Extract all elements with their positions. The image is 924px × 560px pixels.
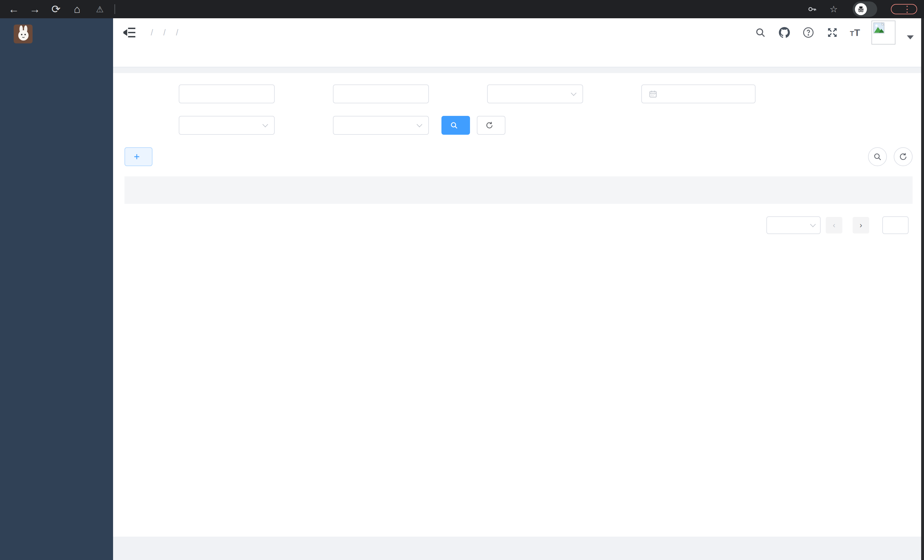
process-table	[124, 177, 913, 204]
font-size-icon[interactable]: TT	[850, 27, 860, 38]
process-name-input[interactable]	[179, 84, 274, 103]
chevron-down-icon	[417, 121, 422, 127]
incognito-icon	[855, 3, 867, 15]
browser-menu-icon[interactable]: ⋮	[903, 6, 911, 12]
search-button[interactable]	[441, 116, 470, 135]
category-select[interactable]	[487, 84, 583, 103]
table-header-row	[124, 177, 913, 204]
sidebar	[0, 18, 113, 560]
toggle-search-button[interactable]	[868, 147, 887, 166]
not-secure-warning-icon: ⚠	[96, 4, 104, 14]
password-key-icon[interactable]	[807, 4, 817, 14]
window-edge	[921, 18, 924, 560]
refresh-table-button[interactable]	[894, 147, 913, 166]
github-icon[interactable]	[778, 26, 790, 39]
browser-forward-icon[interactable]: →	[28, 1, 42, 18]
process-definition-input[interactable]	[333, 84, 429, 103]
filter-row-2	[124, 116, 913, 135]
sidebar-logo-row[interactable]	[0, 18, 113, 49]
browser-update-button[interactable]: ⋮	[891, 4, 917, 14]
help-icon[interactable]	[802, 26, 814, 39]
fullscreen-icon[interactable]	[826, 26, 838, 39]
collapse-sidebar-icon[interactable]	[123, 27, 136, 38]
prev-page-button[interactable]: ‹	[826, 217, 842, 234]
pagination: ‹ ›	[124, 216, 913, 234]
refresh-icon	[485, 121, 494, 129]
incognito-badge	[853, 1, 877, 17]
bookmark-star-icon[interactable]: ☆	[830, 4, 838, 15]
result-select[interactable]	[333, 116, 429, 135]
chevron-down-icon	[262, 121, 268, 127]
browser-toolbar: ← → ⟳ ⌂ ⚠ ☆ ⋮	[0, 0, 924, 18]
plus-icon	[133, 153, 141, 160]
refresh-icon	[899, 153, 908, 161]
filter-row-1	[124, 84, 913, 103]
table-toolbar	[124, 147, 913, 166]
address-divider	[114, 4, 115, 14]
content-panel: ‹ ›	[113, 73, 924, 537]
browser-home-icon[interactable]: ⌂	[70, 1, 84, 18]
reset-button[interactable]	[477, 116, 506, 135]
create-process-button[interactable]	[124, 147, 153, 166]
submit-time-range-picker[interactable]	[641, 84, 756, 103]
topbar: / / / TT	[113, 18, 924, 47]
search-icon	[450, 121, 458, 129]
main-area: / / / TT	[113, 18, 924, 560]
avatar-caret-icon[interactable]	[907, 35, 914, 39]
chevron-down-icon	[571, 90, 576, 96]
search-icon	[873, 153, 882, 161]
next-page-button[interactable]: ›	[853, 217, 869, 234]
browser-reload-icon[interactable]: ⟳	[49, 1, 63, 18]
pagination-goto	[878, 216, 913, 234]
breadcrumb: / / /	[146, 28, 183, 37]
tag-tabs-bar	[113, 47, 924, 67]
goto-page-input[interactable]	[882, 216, 909, 234]
topbar-actions: TT	[754, 21, 914, 45]
app-logo	[14, 24, 33, 43]
status-select[interactable]	[179, 116, 274, 135]
browser-back-icon[interactable]: ←	[7, 1, 21, 18]
page-size-select[interactable]	[766, 216, 820, 234]
address-bar[interactable]: ⚠	[96, 4, 795, 14]
search-icon[interactable]	[754, 26, 766, 39]
chevron-down-icon	[810, 222, 816, 227]
calendar-icon	[649, 90, 657, 98]
avatar[interactable]	[872, 21, 896, 45]
